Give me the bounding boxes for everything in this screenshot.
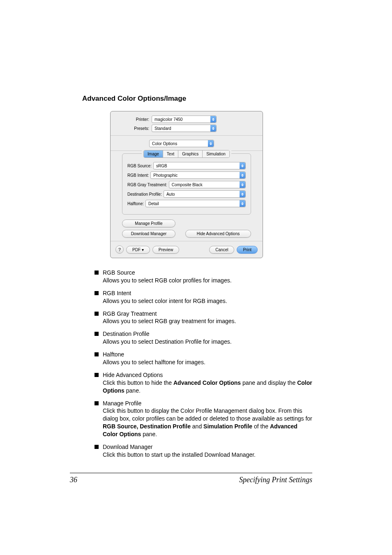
tab-segmented-control[interactable]: Image Text Graphics Simulation	[143, 150, 230, 158]
halftone-value: Detail	[148, 201, 240, 206]
list-item: Manage Profile Click this button to disp…	[95, 400, 312, 438]
pdf-menu-button[interactable]: PDF ▾	[126, 246, 150, 254]
text: Click this button to display the Color P…	[103, 407, 312, 422]
text: and	[191, 423, 203, 430]
panel-value: Color Options	[152, 141, 208, 146]
rgb-gray-select[interactable]: Composite Black	[169, 181, 246, 188]
rgb-gray-label: RGB Gray Treatment:	[127, 183, 169, 187]
definitions-list: RGB Source Allows you to select RGB colo…	[95, 269, 312, 459]
bold: Advanced Color Options	[173, 379, 241, 386]
manage-profile-button[interactable]: Manage Profile	[122, 220, 175, 227]
chevron-updown-icon	[210, 125, 216, 132]
desc: Allows you to select RGB color profiles …	[103, 277, 312, 284]
chevron-updown-icon	[210, 116, 216, 123]
tab-text[interactable]: Text	[163, 150, 178, 157]
list-item: RGB Intent Allows you to select color in…	[95, 289, 312, 305]
chevron-updown-icon	[240, 162, 245, 169]
desc: Allows you to select color intent for RG…	[103, 297, 312, 305]
print-dialog: Printer: magicolor 7450 Presets: Standar…	[110, 111, 263, 258]
tab-graphics[interactable]: Graphics	[178, 150, 203, 157]
chevron-updown-icon	[240, 172, 245, 178]
presets-label: Presets:	[116, 126, 152, 131]
list-item: RGB Gray Treatment Allows you to select …	[95, 310, 312, 326]
rgb-intent-value: Photographic	[153, 173, 240, 178]
page-footer: 36 Specifying Print Settings	[70, 473, 312, 484]
term: Halftone	[103, 351, 312, 358]
rgb-source-value: sRGB	[156, 164, 240, 168]
desc: Allows you to select halftone for images…	[103, 358, 312, 366]
list-item: RGB Source Allows you to select RGB colo…	[95, 269, 312, 284]
destination-profile-select[interactable]: Auto	[164, 190, 246, 198]
page-number: 36	[70, 476, 77, 484]
hide-advanced-options-button[interactable]: Hide Advanced Options	[185, 230, 251, 238]
desc: Click this button to start up the instal…	[103, 451, 312, 459]
rgb-source-label: RGB Source:	[127, 164, 153, 168]
chevron-updown-icon	[240, 191, 245, 197]
preview-button[interactable]: Preview	[152, 246, 180, 254]
page-section-title: Specifying Print Settings	[239, 476, 312, 484]
halftone-select[interactable]: Detail	[145, 200, 246, 207]
tab-image[interactable]: Image	[144, 150, 163, 157]
chevron-updown-icon	[240, 181, 245, 188]
chevron-updown-icon	[208, 140, 214, 147]
halftone-label: Halftone:	[127, 201, 145, 206]
rgb-source-select[interactable]: sRGB	[153, 162, 246, 169]
printer-label: Printer:	[116, 117, 152, 122]
bold: RGB Source, Destination Profile	[103, 423, 191, 430]
bold: Simulation Profile	[203, 423, 252, 430]
presets-value: Standard	[154, 126, 210, 131]
list-item: Destination Profile Allows you to select…	[95, 330, 312, 346]
destination-profile-label: Destination Profile:	[127, 192, 164, 197]
text: Click this button to hide the	[103, 379, 173, 386]
list-item: Hide Advanced Options Click this button …	[95, 371, 312, 395]
chevron-updown-icon	[240, 200, 245, 207]
desc: Click this button to display the Color P…	[103, 407, 312, 438]
print-button[interactable]: Print	[237, 246, 258, 254]
panel-select[interactable]: Color Options	[149, 140, 214, 147]
list-item: Halftone Allows you to select halftone f…	[95, 351, 312, 366]
cancel-button[interactable]: Cancel	[209, 246, 234, 254]
help-button[interactable]: ?	[115, 245, 124, 254]
text: pane.	[141, 431, 157, 437]
rgb-intent-select[interactable]: Photographic	[150, 171, 246, 179]
term: Manage Profile	[103, 400, 312, 407]
tab-simulation[interactable]: Simulation	[203, 150, 229, 157]
desc: Click this button to hide the Advanced C…	[103, 379, 312, 395]
term: Destination Profile	[103, 330, 312, 338]
color-options-group: Image Text Graphics Simulation RGB Sourc…	[122, 153, 251, 215]
term: Hide Advanced Options	[103, 371, 312, 379]
list-item: Download Manager Click this button to st…	[95, 443, 312, 459]
desc: Allows you to select Destination Profile…	[103, 338, 312, 346]
rgb-gray-value: Composite Black	[172, 183, 240, 187]
presets-select[interactable]: Standard	[152, 125, 217, 132]
printer-select[interactable]: magicolor 7450	[152, 116, 217, 123]
desc: Allows you to select RGB gray treatment …	[103, 317, 312, 325]
term: RGB Gray Treatment	[103, 310, 312, 318]
term: Download Manager	[103, 443, 312, 451]
term: RGB Intent	[103, 289, 312, 297]
text: pane and display the	[241, 379, 297, 386]
rgb-intent-label: RGB Intent:	[127, 173, 150, 178]
term: RGB Source	[103, 269, 312, 277]
download-manager-button[interactable]: Download Manager	[122, 230, 175, 238]
printer-value: magicolor 7450	[154, 117, 210, 122]
text: of the	[252, 423, 270, 430]
text: pane.	[125, 387, 141, 394]
destination-profile-value: Auto	[166, 192, 240, 197]
section-heading: Advanced Color Options/Image	[82, 95, 312, 103]
